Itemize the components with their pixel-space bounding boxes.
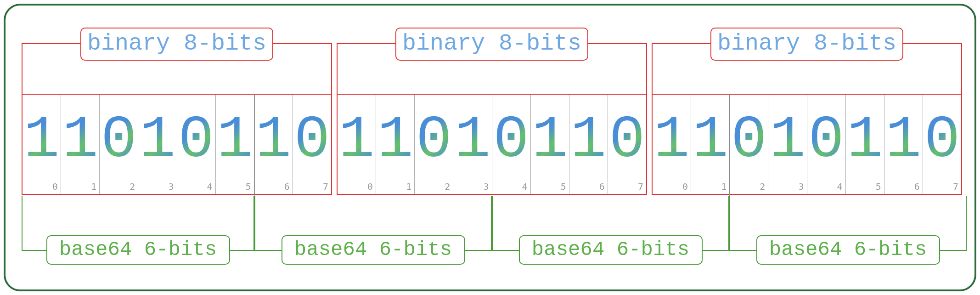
bit-cell: 15 bbox=[531, 95, 569, 194]
bit-index: 5 bbox=[246, 181, 251, 192]
bit-cell: 07 bbox=[923, 95, 961, 194]
bit-digit: 1 bbox=[846, 95, 884, 187]
bit-digit: 1 bbox=[216, 95, 254, 187]
bit-digit: 1 bbox=[338, 95, 376, 187]
bit-cell: 10 bbox=[653, 95, 691, 194]
bit-index: 1 bbox=[721, 181, 727, 192]
bit-digit: 1 bbox=[569, 95, 608, 187]
binary-label-1: binary 8-bits bbox=[395, 28, 588, 61]
bit-digit: 0 bbox=[807, 95, 845, 187]
bit-cell: 16 bbox=[254, 95, 293, 194]
bit-index: 7 bbox=[323, 181, 328, 192]
bit-digit: 1 bbox=[254, 95, 293, 187]
bit-digit: 1 bbox=[531, 95, 569, 187]
bit-digit: 0 bbox=[293, 95, 331, 187]
bit-cell: 04 bbox=[492, 95, 531, 194]
bit-cell: 07 bbox=[608, 95, 646, 194]
bit-cell: 10 bbox=[338, 95, 376, 194]
bit-cell: 13 bbox=[768, 95, 807, 194]
bit-digit: 0 bbox=[492, 95, 530, 187]
bit-digit: 0 bbox=[177, 95, 215, 187]
bit-cell: 16 bbox=[884, 95, 923, 194]
bit-index: 0 bbox=[367, 181, 373, 192]
bit-digit: 1 bbox=[884, 95, 923, 187]
byte-2: 1011021304151607 bbox=[652, 94, 962, 195]
bit-index: 5 bbox=[876, 181, 881, 192]
bit-index: 7 bbox=[953, 181, 958, 192]
base64-label-3: base64 6-bits bbox=[756, 235, 940, 265]
diagram-frame: binary 8-bits binary 8-bits binary 8-bit… bbox=[4, 4, 976, 291]
bit-cell: 07 bbox=[293, 95, 331, 194]
bit-index: 3 bbox=[168, 181, 174, 192]
bit-cell: 13 bbox=[453, 95, 492, 194]
bit-index: 0 bbox=[52, 181, 58, 192]
bit-index: 2 bbox=[760, 181, 765, 192]
bit-index: 4 bbox=[837, 181, 843, 192]
bit-cell: 04 bbox=[177, 95, 216, 194]
bit-index: 2 bbox=[445, 181, 450, 192]
bit-index: 1 bbox=[406, 181, 411, 192]
binary-label-2: binary 8-bits bbox=[710, 28, 903, 61]
bit-index: 7 bbox=[638, 181, 643, 192]
bit-digit: 1 bbox=[376, 95, 414, 187]
bit-cell: 11 bbox=[61, 95, 100, 194]
bit-digit: 1 bbox=[138, 95, 176, 187]
bit-index: 5 bbox=[561, 181, 566, 192]
bit-index: 1 bbox=[91, 181, 96, 192]
bit-digit: 0 bbox=[923, 95, 961, 187]
bit-digit: 1 bbox=[23, 95, 61, 187]
bit-index: 0 bbox=[682, 181, 688, 192]
bit-cell: 02 bbox=[730, 95, 768, 194]
bit-cell: 15 bbox=[216, 95, 254, 194]
binary-label-0: binary 8-bits bbox=[80, 28, 273, 61]
bit-cell: 04 bbox=[807, 95, 846, 194]
bit-row: 1011021304151607 1011021304151607 101102… bbox=[22, 94, 958, 195]
byte-0: 1011021304151607 bbox=[22, 94, 332, 195]
bit-digit: 1 bbox=[768, 95, 806, 187]
bit-index: 4 bbox=[522, 181, 528, 192]
bit-digit: 0 bbox=[608, 95, 646, 187]
bit-index: 3 bbox=[483, 181, 489, 192]
base64-label-0: base64 6-bits bbox=[46, 235, 230, 265]
bit-cell: 10 bbox=[23, 95, 61, 194]
bit-cell: 11 bbox=[376, 95, 415, 194]
bit-digit: 1 bbox=[453, 95, 491, 187]
bit-digit: 1 bbox=[61, 95, 99, 187]
bit-cell: 02 bbox=[415, 95, 453, 194]
bit-index: 4 bbox=[207, 181, 213, 192]
bit-cell: 11 bbox=[691, 95, 730, 194]
bit-index: 6 bbox=[599, 181, 605, 192]
bit-cell: 13 bbox=[138, 95, 177, 194]
bit-digit: 1 bbox=[691, 95, 729, 187]
bit-index: 6 bbox=[914, 181, 920, 192]
bit-cell: 02 bbox=[100, 95, 138, 194]
bit-digit: 0 bbox=[730, 95, 768, 187]
base64-label-1: base64 6-bits bbox=[282, 235, 465, 265]
bit-digit: 0 bbox=[100, 95, 138, 187]
bit-digit: 0 bbox=[415, 95, 453, 187]
bit-digit: 1 bbox=[653, 95, 691, 187]
bit-cell: 15 bbox=[846, 95, 884, 194]
bit-index: 3 bbox=[798, 181, 804, 192]
base64-label-2: base64 6-bits bbox=[519, 235, 703, 265]
bit-index: 2 bbox=[130, 181, 135, 192]
bit-index: 6 bbox=[284, 181, 290, 192]
bit-cell: 16 bbox=[569, 95, 608, 194]
